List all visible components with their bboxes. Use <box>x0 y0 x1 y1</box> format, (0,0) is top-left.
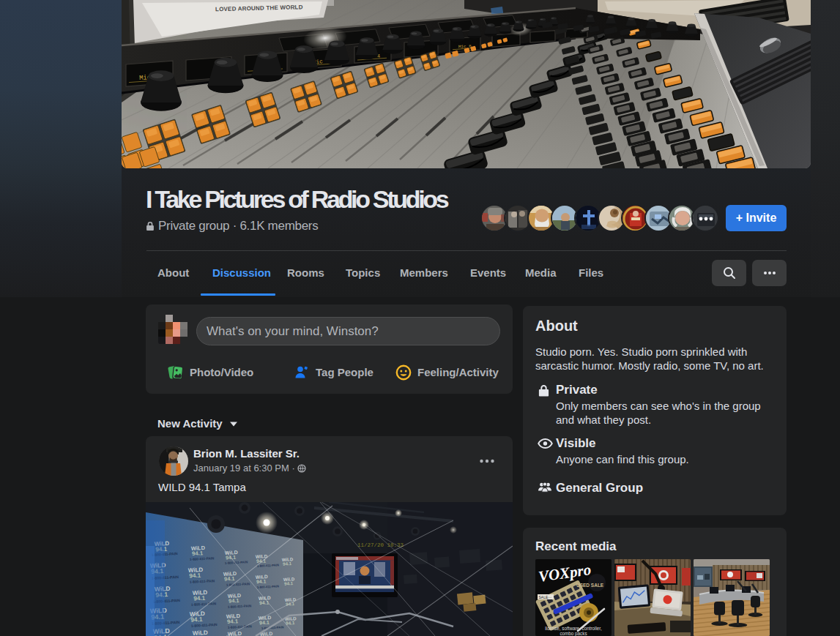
svg-text:94.1: 94.1 <box>284 580 294 586</box>
svg-text:SALE···: SALE··· <box>539 595 552 599</box>
svg-text:94.1: 94.1 <box>259 620 270 626</box>
svg-text:94.1: 94.1 <box>283 561 292 566</box>
svg-text:94.1: 94.1 <box>228 597 239 605</box>
svg-text:license, software, controller,: license, software, controller, <box>545 626 602 631</box>
svg-text:94.1: 94.1 <box>192 550 204 557</box>
svg-text:94.1: 94.1 <box>189 572 201 580</box>
svg-text:combo packs: combo packs <box>560 631 587 636</box>
svg-text:94.1: 94.1 <box>227 618 239 625</box>
svg-text:94.1: 94.1 <box>193 595 206 602</box>
svg-text:94.1: 94.1 <box>224 575 235 583</box>
svg-text:94.1: 94.1 <box>256 579 267 585</box>
svg-text:94.1: 94.1 <box>286 620 295 626</box>
svg-text:USED SALE: USED SALE <box>576 583 604 588</box>
